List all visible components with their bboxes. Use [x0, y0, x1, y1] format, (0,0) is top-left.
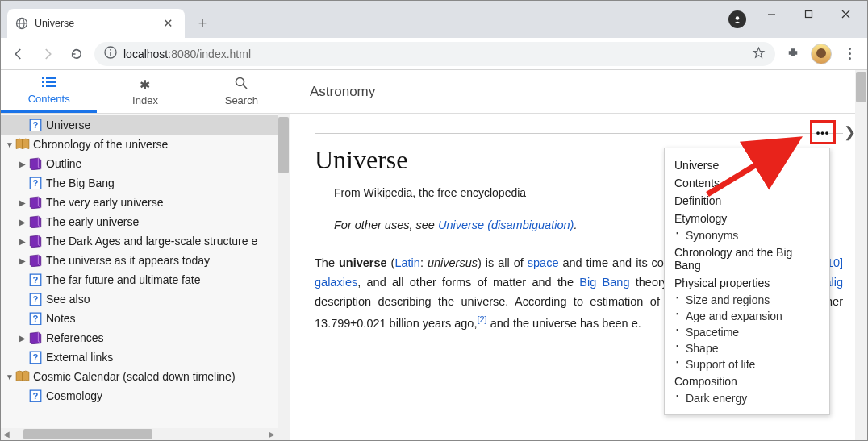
tab-index[interactable]: ✱ Index [97, 70, 193, 113]
book-open-icon [15, 138, 30, 151]
tree-item[interactable]: ▶Cosmology [1, 386, 290, 406]
browser-tab[interactable]: Universe ✕ [7, 9, 185, 38]
tab-index-label: Index [132, 94, 158, 106]
menu-item[interactable]: Support of life [674, 356, 820, 372]
menu-item[interactable]: Composition [674, 372, 820, 390]
book-open-icon [15, 370, 30, 383]
menu-item[interactable]: Dark energy [674, 390, 820, 406]
url-text: localhost:8080/index.html [123, 48, 251, 60]
menu-item[interactable]: Size and regions [674, 292, 820, 308]
tree-item[interactable]: ▶See also [1, 289, 290, 309]
main-vertical-scrollbar[interactable] [855, 70, 867, 440]
tab-title: Universe [35, 18, 160, 29]
globe-icon [15, 17, 28, 30]
tab-contents[interactable]: Contents [1, 70, 97, 113]
menu-item[interactable]: Synonyms [674, 227, 820, 243]
tab-search[interactable]: Search [194, 70, 290, 113]
svg-rect-16 [46, 81, 56, 83]
menu-item[interactable]: Chronology and the Big Bang [674, 243, 820, 274]
next-page-button[interactable]: ❯ [844, 123, 856, 141]
tree-item-universe[interactable]: ▶Universe [1, 115, 290, 135]
menu-item[interactable]: Contents [674, 174, 820, 192]
menu-item[interactable]: Shape [674, 340, 820, 356]
book-closed-icon [28, 331, 43, 345]
main-panel: Astronomy ••• ❯ Universe From Wikipedia,… [290, 70, 867, 440]
list-icon [42, 77, 56, 91]
minimize-button[interactable] [753, 1, 790, 27]
tree-item[interactable]: ▶References [1, 328, 290, 347]
close-tab-icon[interactable]: ✕ [160, 15, 177, 32]
svg-rect-10 [805, 10, 812, 17]
tree-item[interactable]: ▶The Dark Ages and large-scale structure… [1, 231, 290, 251]
search-icon [235, 77, 248, 93]
book-closed-icon [28, 196, 43, 210]
close-window-button[interactable] [827, 1, 864, 27]
svg-point-19 [236, 78, 244, 86]
extensions-icon[interactable] [782, 43, 804, 65]
sidebar-tabs: Contents ✱ Index Search [1, 70, 290, 114]
tree-item[interactable]: ▶Notes [1, 309, 290, 328]
new-tab-button[interactable]: + [191, 12, 214, 35]
maximize-button[interactable] [790, 1, 827, 27]
page-icon [28, 273, 43, 287]
reload-button[interactable] [65, 43, 88, 65]
svg-rect-14 [46, 77, 56, 79]
menu-item[interactable]: Age and expansion [674, 308, 820, 324]
profile-avatar[interactable] [811, 44, 832, 64]
toc-tree[interactable]: ▶Universe ▼Chronology of the universe ▶O… [1, 114, 290, 440]
menu-item[interactable]: Universe [674, 156, 820, 174]
tab-contents-label: Contents [28, 93, 70, 105]
tree-item[interactable]: ▶The universe as it appears today [1, 251, 290, 270]
svg-rect-18 [46, 85, 56, 87]
more-menu-button[interactable]: ••• [810, 120, 836, 144]
bookmark-star-icon[interactable] [752, 46, 766, 62]
sidebar: Contents ✱ Index Search ▶Universe ▼Chron… [1, 70, 290, 440]
asterisk-icon: ✱ [140, 77, 150, 93]
page-icon [28, 351, 43, 364]
tree-item-chronology[interactable]: ▼Chronology of the universe [1, 135, 290, 154]
app-content: Contents ✱ Index Search ▶Universe ▼Chron… [1, 70, 867, 440]
page-icon [28, 293, 43, 306]
address-bar[interactable]: localhost:8080/index.html [94, 42, 775, 66]
tree-item[interactable]: ▶Outline [1, 154, 290, 173]
tree-item[interactable]: ▶The very early universe [1, 193, 290, 212]
dots-icon: ••• [816, 127, 830, 138]
window-controls [753, 1, 864, 27]
tree-item[interactable]: ▶The early universe [1, 212, 290, 231]
sidebar-vertical-scrollbar[interactable] [278, 114, 290, 440]
toc-dropdown[interactable]: Universe Contents Definition Etymology S… [664, 148, 830, 415]
site-info-icon[interactable] [104, 46, 117, 61]
page-icon [28, 119, 43, 132]
menu-item[interactable]: Spacetime [674, 324, 820, 340]
svg-rect-13 [42, 77, 44, 79]
tab-search-label: Search [225, 94, 258, 106]
tree-item[interactable]: ▶The far future and ultimate fate [1, 270, 290, 289]
svg-rect-15 [42, 81, 44, 83]
guest-account-icon[interactable] [728, 10, 746, 28]
menu-item[interactable]: Physical properties [674, 274, 820, 292]
hatnote-link[interactable]: Universe (disambiguation) [438, 218, 574, 231]
tree-item[interactable]: ▶External links [1, 347, 290, 367]
browser-titlebar: Universe ✕ + [1, 1, 867, 38]
book-closed-icon [28, 157, 43, 171]
svg-rect-17 [42, 85, 44, 87]
menu-item[interactable]: Definition [674, 192, 820, 210]
menu-item[interactable]: Etymology [674, 210, 820, 227]
forward-button[interactable] [36, 43, 59, 65]
book-closed-icon [28, 235, 43, 248]
article: ••• ❯ Universe From Wikipedia, the free … [290, 114, 867, 440]
browser-menu-icon[interactable] [838, 48, 861, 60]
page-icon [28, 389, 43, 403]
svg-line-20 [244, 85, 248, 89]
breadcrumb: Astronomy [290, 70, 867, 114]
browser-toolbar: localhost:8080/index.html [1, 38, 867, 70]
tree-item[interactable]: ▶The Big Bang [1, 173, 290, 193]
book-closed-icon [28, 254, 43, 268]
back-button[interactable] [7, 43, 30, 65]
page-icon [28, 312, 43, 326]
svg-point-8 [736, 16, 740, 20]
book-closed-icon [28, 215, 43, 229]
page-icon [28, 177, 43, 190]
sidebar-horizontal-scrollbar[interactable]: ◀▶ [1, 428, 278, 440]
tree-item-cosmic-calendar[interactable]: ▼Cosmic Calendar (scaled down timeline) [1, 367, 290, 386]
